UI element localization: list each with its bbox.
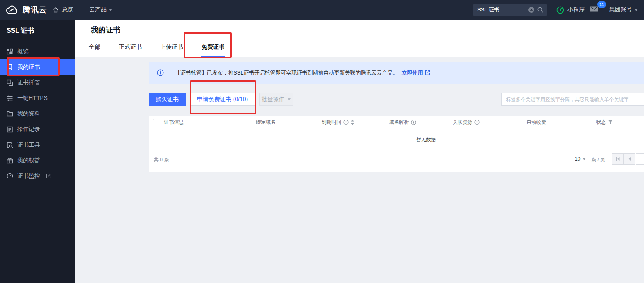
sidebar-menu: 概览 我的证书 证书托管: [0, 44, 75, 184]
column-label: 到期时间: [322, 119, 341, 126]
folder-icon: [7, 111, 13, 117]
mini-program-icon: [556, 6, 564, 14]
sidebar-item-operation-log[interactable]: 操作记录: [0, 122, 75, 137]
column-label: 关联资源: [453, 119, 472, 126]
banner-link[interactable]: 立即使用: [402, 69, 423, 77]
sidebar-item-my-certificates[interactable]: 我的证书: [0, 59, 75, 75]
cloud-logo-icon: [5, 5, 19, 15]
sidebar: SSL 证书 概览 我的证书: [0, 20, 75, 283]
sidebar-item-label: 概览: [17, 48, 29, 55]
stacked-squares-icon: [7, 79, 13, 86]
sidebar-item-label: 我的证书: [17, 63, 40, 71]
filter-funnel-icon[interactable]: [608, 120, 613, 125]
chevron-down-icon: [288, 98, 291, 100]
column-associated-resources: 关联资源: [453, 116, 480, 128]
info-icon: [157, 69, 164, 76]
certificates-table: 证书信息 绑定域名 到期时间 域名解析: [149, 116, 644, 172]
sort-icon[interactable]: [351, 120, 354, 125]
column-label: 证书信息: [164, 119, 184, 126]
tab-paid-certificates[interactable]: 正式证书: [118, 43, 143, 57]
tab-all[interactable]: 全部: [88, 43, 101, 57]
mail-button[interactable]: [590, 6, 599, 12]
page-size-value: 10: [575, 156, 580, 162]
first-page-button[interactable]: [612, 153, 624, 165]
buy-certificate-button[interactable]: 购买证书: [149, 93, 186, 106]
nav-overview[interactable]: 总览: [52, 0, 73, 20]
mail-count-badge: 11: [597, 1, 606, 8]
page-size-unit: 条 / 页: [591, 156, 605, 163]
gauge-icon: [7, 173, 13, 179]
page-size-select[interactable]: 10: [575, 156, 586, 162]
document-search-icon: [7, 142, 13, 148]
column-auto-renewal: 自动续费: [526, 116, 546, 128]
current-page-box[interactable]: [636, 153, 644, 165]
sidebar-item-cert-hosting[interactable]: 证书托管: [0, 75, 75, 91]
sidebar-item-label: 我的资料: [17, 110, 40, 118]
info-icon[interactable]: [474, 120, 480, 125]
sidebar-item-cert-tools[interactable]: 证书工具: [0, 137, 75, 153]
column-bound-domain: 绑定域名: [256, 116, 276, 128]
account-menu[interactable]: 集团账号: [609, 0, 638, 20]
tabs: 全部 正式证书 上传证书 免费证书: [88, 43, 242, 57]
empty-state-text: 暂无数据: [416, 136, 436, 143]
nav-products[interactable]: 云产品: [89, 0, 112, 20]
sidebar-item-my-benefits[interactable]: 我的权益: [0, 153, 75, 168]
topbar-divider: [79, 6, 79, 14]
gift-icon: [7, 157, 13, 164]
sidebar-item-label: 一键HTTPS: [17, 95, 48, 102]
tencent-cloud-logo[interactable]: 腾讯云: [5, 0, 47, 20]
column-label: 绑定域名: [256, 119, 276, 126]
chevron-down-icon: [635, 9, 638, 11]
tag-keyword-search-input[interactable]: [501, 93, 644, 106]
column-label: 自动续费: [526, 119, 546, 126]
grid-icon: [7, 48, 13, 55]
info-icon[interactable]: [411, 120, 416, 125]
batch-operation-button[interactable]: 批量操作: [259, 93, 293, 106]
topbar-search[interactable]: [473, 4, 547, 16]
column-cert-info: 证书信息: [164, 116, 184, 128]
column-status: 状态: [596, 116, 613, 128]
column-domain-resolution: 域名解析: [389, 116, 416, 128]
mail-icon: [590, 6, 599, 12]
bookmark-icon: [7, 64, 13, 70]
chevron-down-icon: [109, 9, 112, 11]
empty-state-row: 暂无数据: [149, 128, 644, 149]
sidebar-item-label: 我的权益: [17, 157, 40, 164]
column-expire-time: 到期时间: [322, 116, 354, 128]
info-icon[interactable]: [343, 120, 349, 125]
brand-text: 腾讯云: [23, 5, 47, 15]
sidebar-item-overview[interactable]: 概览: [0, 44, 75, 59]
clear-circle-icon[interactable]: [528, 7, 535, 13]
pagination-bar: 共 0 条 10 条 / 页: [149, 150, 644, 172]
nav-overview-label: 总览: [62, 6, 73, 14]
topbar-search-input[interactable]: [476, 7, 526, 14]
sidebar-item-label: 操作记录: [17, 126, 40, 133]
mini-program-label: 小程序: [567, 6, 585, 14]
total-count: 共 0 条: [154, 156, 169, 163]
select-all-checkbox[interactable]: [153, 119, 159, 125]
account-label: 集团账号: [609, 6, 632, 14]
sidebar-title: SSL 证书: [0, 20, 75, 43]
chevron-down-icon: [583, 158, 586, 160]
home-icon: [52, 7, 59, 13]
search-icon[interactable]: [537, 7, 544, 13]
prev-page-button[interactable]: [624, 153, 635, 165]
tab-uploaded-certificates[interactable]: 上传证书: [159, 43, 184, 57]
mini-program-entry[interactable]: 小程序: [556, 0, 585, 20]
column-label: 域名解析: [389, 119, 409, 126]
nav-products-label: 云产品: [89, 6, 107, 14]
sidebar-item-cert-monitor[interactable]: 证书监控: [0, 168, 75, 184]
external-link-icon: [46, 174, 51, 179]
sliders-icon: [7, 95, 13, 102]
banner-text: 【证书托管】已发布，将SSL证书开启托管即可实现证书到期前自动更新关联的腾讯云云…: [175, 69, 398, 77]
sidebar-item-my-documents[interactable]: 我的资料: [0, 106, 75, 122]
tab-free-certificates[interactable]: 免费证书: [201, 43, 225, 57]
batch-operation-label: 批量操作: [262, 96, 285, 103]
sidebar-item-one-click-https[interactable]: 一键HTTPS: [0, 91, 75, 106]
content-header: 我的证书 全部 正式证书 上传证书 免费证书: [75, 20, 644, 57]
page-title: 我的证书: [91, 25, 120, 35]
top-navbar: 腾讯云 总览 云产品: [0, 0, 644, 20]
apply-free-certificate-button[interactable]: 申请免费证书 (0/10): [190, 93, 255, 106]
column-label: 状态: [596, 119, 606, 126]
info-banner: 【证书托管】已发布，将SSL证书开启托管即可实现证书到期前自动更新关联的腾讯云云…: [149, 62, 644, 84]
